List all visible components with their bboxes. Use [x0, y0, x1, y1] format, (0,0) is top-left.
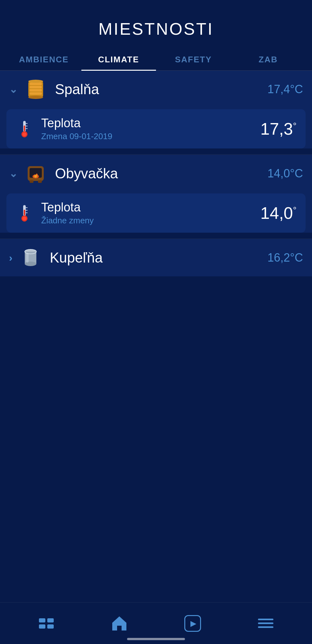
home-indicator: [127, 638, 185, 640]
grid-icon: [39, 618, 54, 629]
device-obyvacka-teplota[interactable]: Teplota Žiadne zmeny 14,0°: [6, 193, 306, 233]
fireplace-svg-icon: [25, 163, 46, 184]
room-spalna-name: Spalňa: [55, 81, 268, 97]
room-kupelna-name: Kupeľňa: [50, 250, 268, 266]
room-spalna-temp: 17,4°C: [268, 83, 303, 96]
room-obyvacka-header[interactable]: ⌄ Obyvačka 14,0°C: [0, 155, 312, 192]
tab-zab[interactable]: ZAB: [231, 48, 306, 70]
svg-point-6: [28, 96, 43, 99]
tab-ambience[interactable]: AMBIENCE: [6, 48, 81, 70]
rooms-list: ⌄ Spalňa 17,4°C: [0, 71, 312, 276]
room-obyvacka-temp: 14,0°C: [268, 167, 303, 180]
nav-item-menu[interactable]: [253, 612, 279, 635]
thermometer-icon: [15, 120, 33, 138]
nav-item-home[interactable]: [106, 612, 132, 635]
svg-point-28: [25, 262, 36, 266]
page-title: MIESTNOSTI: [0, 19, 312, 39]
room-spalna: ⌄ Spalňa 17,4°C: [0, 71, 312, 148]
svg-rect-4: [30, 92, 42, 95]
room-kupelna-temp: 16,2°C: [268, 251, 303, 264]
svg-point-22: [23, 216, 27, 220]
header: MIESTNOSTI: [0, 0, 312, 48]
room-obyvacka: ⌄ Obyvačka 14,0°C: [0, 155, 312, 233]
svg-rect-17: [30, 180, 33, 183]
chevron-down-icon: ⌄: [9, 83, 18, 95]
thermometer-icon-2: [15, 204, 33, 222]
chevron-down-icon-2: ⌄: [9, 167, 18, 180]
room-spalna-icon: [24, 78, 47, 101]
svg-rect-20: [24, 210, 25, 216]
device-obyvacka-teplota-name: Teplota: [41, 201, 261, 214]
room-obyvacka-icon: [24, 162, 47, 185]
device-obyvacka-teplota-value: 14,0°: [261, 203, 297, 223]
svg-rect-8: [24, 126, 25, 131]
room-kupelna-header[interactable]: › Kupeľňa 16,2°C: [0, 239, 312, 276]
device-spalna-teplota-subtitle: Zmena 09-01-2019: [41, 131, 261, 141]
device-obyvacka-teplota-subtitle: Žiadne zmeny: [41, 216, 261, 226]
svg-rect-2: [30, 86, 42, 88]
svg-rect-18: [38, 180, 42, 183]
svg-rect-3: [30, 89, 42, 92]
tab-climate[interactable]: CLIMATE: [81, 48, 156, 70]
room-obyvacka-name: Obyvačka: [55, 165, 268, 182]
svg-point-10: [23, 132, 27, 136]
room-kupelna-icon: [19, 246, 42, 269]
device-obyvacka-teplota-info: Teplota Žiadne zmeny: [41, 201, 261, 226]
device-spalna-teplota[interactable]: Teplota Zmena 09-01-2019 17,3°: [6, 109, 306, 148]
home-icon: [110, 614, 128, 632]
chevron-right-icon: ›: [9, 252, 13, 264]
device-spalna-teplota-info: Teplota Zmena 09-01-2019: [41, 116, 261, 141]
menu-icon: [258, 619, 273, 628]
room-spalna-header[interactable]: ⌄ Spalňa 17,4°C: [0, 71, 312, 108]
heater-svg-icon: [25, 79, 46, 100]
cylinder-svg-icon: [20, 247, 41, 268]
nav-item-grid[interactable]: [33, 612, 59, 635]
svg-rect-1: [30, 83, 42, 85]
nav-item-play[interactable]: [180, 612, 206, 635]
svg-rect-29: [26, 253, 29, 263]
tab-safety[interactable]: SAFETY: [156, 48, 231, 70]
device-spalna-teplota-value: 17,3°: [261, 119, 297, 139]
device-spalna-teplota-name: Teplota: [41, 116, 261, 130]
svg-point-5: [28, 80, 43, 83]
play-icon: [184, 615, 201, 632]
room-kupelna: › Kupeľňa 16,2°C: [0, 239, 312, 276]
tab-bar: AMBIENCE CLIMATE SAFETY ZAB: [0, 48, 312, 71]
